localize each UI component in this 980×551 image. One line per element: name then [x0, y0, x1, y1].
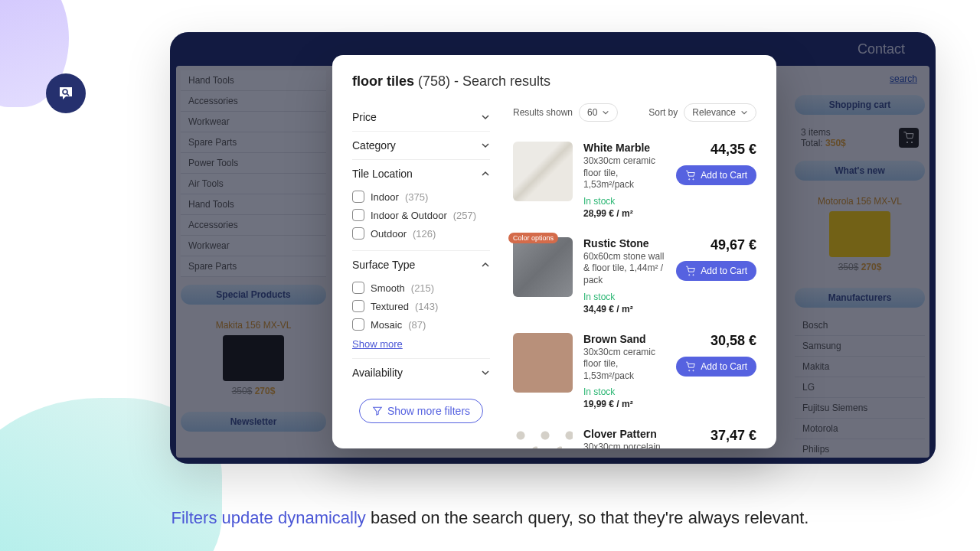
tile-location-options: Indoor (375)Indoor & Outdoor (257)Outdoo…: [352, 187, 490, 243]
app-logo: [46, 73, 86, 113]
filter-availability[interactable]: Availability: [352, 367, 490, 379]
filter-surface-type[interactable]: Surface Type: [352, 259, 490, 271]
filter-option[interactable]: Smooth (215): [352, 279, 490, 297]
product-price: 37,47 €: [676, 428, 756, 444]
add-to-cart-button[interactable]: Add to Cart: [676, 357, 756, 377]
product-name[interactable]: Clover Pattern: [583, 428, 665, 440]
chevron-down-icon: [481, 112, 490, 122]
chevron-up-icon: [481, 260, 490, 269]
product-thumbnail[interactable]: Color options: [513, 237, 573, 297]
unit-price: 28,99 € / m²: [583, 208, 665, 219]
checkbox-icon: [352, 300, 364, 312]
filter-option[interactable]: Mosaic (87): [352, 315, 490, 334]
search-bubble-icon: [57, 84, 75, 103]
show-more-filters-button[interactable]: Show more filters: [359, 399, 483, 423]
chevron-down-icon: [602, 109, 609, 116]
product-name[interactable]: Rustic Stone: [583, 237, 665, 249]
product-thumbnail[interactable]: [513, 333, 573, 393]
unit-price: 34,49 € / m²: [583, 304, 665, 315]
search-results-modal: floor tiles (758) - Search results Price…: [332, 55, 776, 448]
filter-icon: [372, 406, 383, 416]
add-to-cart-button[interactable]: Add to Cart: [676, 261, 756, 281]
stock-status: In stock: [583, 386, 665, 397]
checkbox-icon: [352, 227, 364, 240]
product-thumbnail[interactable]: [513, 142, 573, 201]
results-shown-label: Results shown: [513, 107, 573, 118]
filter-price[interactable]: Price: [352, 111, 490, 123]
filter-category[interactable]: Category: [352, 139, 490, 152]
product-name[interactable]: Brown Sand: [583, 333, 665, 345]
product-description: 30x30cm ceramic floor tile, 1,53m²/pack: [583, 347, 665, 383]
product-price: 30,58 €: [676, 333, 756, 349]
stock-status: In stock: [583, 196, 665, 207]
checkbox-icon: [352, 209, 364, 221]
filter-option[interactable]: Indoor & Outdoor (257): [352, 206, 490, 224]
product-row: Clover Pattern30x30cm porcelain wall & f…: [513, 419, 756, 448]
sort-by-label: Sort by: [648, 107, 678, 118]
page-size-select[interactable]: 60: [579, 103, 618, 122]
show-more-surface-link[interactable]: Show more: [352, 338, 403, 350]
filter-option[interactable]: Textured (143): [352, 297, 490, 315]
checkbox-icon: [352, 282, 364, 294]
cart-icon: [685, 266, 696, 276]
product-description: 30x30cm porcelain wall & floor tile, 1,5…: [583, 442, 665, 448]
product-name[interactable]: White Marble: [583, 142, 665, 154]
color-options-badge: Color options: [508, 233, 558, 243]
filter-option[interactable]: Outdoor (126): [352, 224, 490, 243]
product-thumbnail[interactable]: [513, 428, 573, 448]
chevron-down-icon: [481, 141, 490, 150]
checkbox-icon: [352, 318, 364, 331]
product-description: 30x30cm ceramic floor tile, 1,53m²/pack: [583, 155, 665, 191]
marketing-caption: Filters update dynamically based on the …: [0, 508, 980, 528]
product-row: White Marble30x30cm ceramic floor tile, …: [513, 132, 756, 228]
cart-icon: [685, 170, 696, 181]
filters-panel: Price Category Tile Location Indoor (375…: [352, 103, 490, 448]
chevron-down-icon: [740, 109, 748, 116]
product-price: 44,35 €: [676, 142, 756, 158]
product-list: White Marble30x30cm ceramic floor tile, …: [513, 132, 756, 448]
sort-select[interactable]: Relevance: [684, 103, 756, 122]
product-description: 60x60cm stone wall & floor tile, 1,44m² …: [583, 251, 665, 287]
results-panel: Results shown 60 Sort by Relevance White…: [513, 103, 756, 448]
unit-price: 19,99 € / m²: [583, 399, 665, 409]
product-row: Color optionsRustic Stone60x60cm stone w…: [513, 228, 756, 324]
filter-option[interactable]: Indoor (375): [352, 187, 490, 206]
checkbox-icon: [352, 191, 364, 203]
stock-status: In stock: [583, 292, 665, 302]
product-price: 49,67 €: [676, 237, 756, 253]
results-toolbar: Results shown 60 Sort by Relevance: [513, 103, 756, 122]
cart-icon: [685, 361, 696, 372]
surface-type-options: Smooth (215)Textured (143)Mosaic (87): [352, 279, 490, 334]
add-to-cart-button[interactable]: Add to Cart: [676, 165, 756, 185]
modal-title: floor tiles (758) - Search results: [352, 73, 756, 90]
chevron-up-icon: [481, 169, 490, 178]
product-row: Brown Sand30x30cm ceramic floor tile, 1,…: [513, 324, 756, 419]
filter-tile-location[interactable]: Tile Location: [352, 168, 490, 180]
chevron-down-icon: [481, 368, 490, 377]
